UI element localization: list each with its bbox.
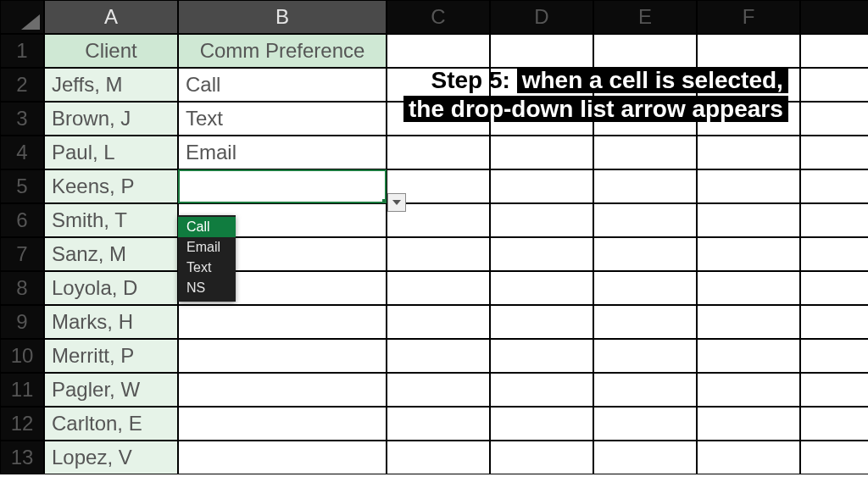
cell-G7[interactable] xyxy=(800,237,868,271)
cell-E11[interactable] xyxy=(593,373,697,407)
cell-F1[interactable] xyxy=(697,34,800,68)
cell-B10[interactable] xyxy=(178,339,387,373)
cell-E8[interactable] xyxy=(593,271,697,305)
row-head-13[interactable]: 13 xyxy=(0,441,44,474)
cell-C7[interactable] xyxy=(387,237,490,271)
cell-D6[interactable] xyxy=(490,203,593,237)
cell-B5-selected[interactable] xyxy=(178,169,387,203)
row-head-2[interactable]: 2 xyxy=(0,68,44,102)
cell-A3[interactable]: Brown, J xyxy=(44,102,178,136)
dropdown-option-email[interactable]: Email xyxy=(178,237,236,258)
cell-D7[interactable] xyxy=(490,237,593,271)
col-head-D[interactable]: D xyxy=(490,0,593,34)
cell-G6[interactable] xyxy=(800,203,868,237)
cell-C1[interactable] xyxy=(387,34,490,68)
cell-D9[interactable] xyxy=(490,305,593,339)
cell-E13[interactable] xyxy=(593,441,697,474)
cell-G2[interactable] xyxy=(800,68,868,102)
cell-D1[interactable] xyxy=(490,34,593,68)
cell-A10[interactable]: Merritt, P xyxy=(44,339,178,373)
cell-D11[interactable] xyxy=(490,373,593,407)
row-head-11[interactable]: 11 xyxy=(0,373,44,407)
cell-C10[interactable] xyxy=(387,339,490,373)
row-head-1[interactable]: 1 xyxy=(0,34,44,68)
cell-F13[interactable] xyxy=(697,441,800,474)
cell-G3[interactable] xyxy=(800,102,868,136)
cell-E7[interactable] xyxy=(593,237,697,271)
cell-A12[interactable]: Carlton, E xyxy=(44,407,178,441)
cell-A13[interactable]: Lopez, V xyxy=(44,441,178,474)
row-head-3[interactable]: 3 xyxy=(0,102,44,136)
cell-F6[interactable] xyxy=(697,203,800,237)
cell-B12[interactable] xyxy=(178,407,387,441)
row-head-8[interactable]: 8 xyxy=(0,271,44,305)
cell-F7[interactable] xyxy=(697,237,800,271)
validation-dropdown-list[interactable]: Call Email Text NS xyxy=(178,215,236,302)
cell-F10[interactable] xyxy=(697,339,800,373)
cell-F12[interactable] xyxy=(697,407,800,441)
header-comm-pref[interactable]: Comm Preference xyxy=(178,34,387,68)
row-head-7[interactable]: 7 xyxy=(0,237,44,271)
cell-F9[interactable] xyxy=(697,305,800,339)
cell-E10[interactable] xyxy=(593,339,697,373)
cell-C8[interactable] xyxy=(387,271,490,305)
cell-A9[interactable]: Marks, H xyxy=(44,305,178,339)
row-head-6[interactable]: 6 xyxy=(0,203,44,237)
cell-G1[interactable] xyxy=(800,34,868,68)
cell-D12[interactable] xyxy=(490,407,593,441)
cell-G4[interactable] xyxy=(800,136,868,169)
row-head-9[interactable]: 9 xyxy=(0,305,44,339)
cell-B4[interactable]: Email xyxy=(178,136,387,169)
cell-D13[interactable] xyxy=(490,441,593,474)
cell-G13[interactable] xyxy=(800,441,868,474)
cell-F11[interactable] xyxy=(697,373,800,407)
cell-G9[interactable] xyxy=(800,305,868,339)
cell-E6[interactable] xyxy=(593,203,697,237)
header-client[interactable]: Client xyxy=(44,34,178,68)
cell-C9[interactable] xyxy=(387,305,490,339)
cell-E9[interactable] xyxy=(593,305,697,339)
col-head-F[interactable]: F xyxy=(697,0,800,34)
dropdown-option-ns[interactable]: NS xyxy=(178,278,236,298)
cell-D10[interactable] xyxy=(490,339,593,373)
cell-A8[interactable]: Loyola, D xyxy=(44,271,178,305)
cell-A11[interactable]: Pagler, W xyxy=(44,373,178,407)
dropdown-option-text[interactable]: Text xyxy=(178,258,236,278)
cell-G5[interactable] xyxy=(800,169,868,203)
cell-D4[interactable] xyxy=(490,136,593,169)
dropdown-option-call[interactable]: Call xyxy=(178,217,236,237)
dropdown-arrow-button[interactable] xyxy=(387,193,406,212)
select-all-corner[interactable] xyxy=(0,0,44,34)
col-head-G[interactable] xyxy=(800,0,868,34)
col-head-C[interactable]: C xyxy=(387,0,490,34)
cell-E12[interactable] xyxy=(593,407,697,441)
cell-F4[interactable] xyxy=(697,136,800,169)
row-head-12[interactable]: 12 xyxy=(0,407,44,441)
cell-D8[interactable] xyxy=(490,271,593,305)
cell-A6[interactable]: Smith, T xyxy=(44,203,178,237)
cell-E4[interactable] xyxy=(593,136,697,169)
col-head-E[interactable]: E xyxy=(593,0,697,34)
row-head-5[interactable]: 5 xyxy=(0,169,44,203)
cell-C11[interactable] xyxy=(387,373,490,407)
cell-G8[interactable] xyxy=(800,271,868,305)
cell-E5[interactable] xyxy=(593,169,697,203)
cell-A4[interactable]: Paul, L xyxy=(44,136,178,169)
col-head-B[interactable]: B xyxy=(178,0,387,34)
cell-A7[interactable]: Sanz, M xyxy=(44,237,178,271)
cell-C12[interactable] xyxy=(387,407,490,441)
row-head-10[interactable]: 10 xyxy=(0,339,44,373)
row-head-4[interactable]: 4 xyxy=(0,136,44,169)
cell-F5[interactable] xyxy=(697,169,800,203)
cell-E1[interactable] xyxy=(593,34,697,68)
cell-G12[interactable] xyxy=(800,407,868,441)
cell-B2[interactable]: Call xyxy=(178,68,387,102)
cell-B13[interactable] xyxy=(178,441,387,474)
cell-A2[interactable]: Jeffs, M xyxy=(44,68,178,102)
cell-B11[interactable] xyxy=(178,373,387,407)
cell-B9[interactable] xyxy=(178,305,387,339)
cell-D5[interactable] xyxy=(490,169,593,203)
cell-C4[interactable] xyxy=(387,136,490,169)
cell-C13[interactable] xyxy=(387,441,490,474)
col-head-A[interactable]: A xyxy=(44,0,178,34)
